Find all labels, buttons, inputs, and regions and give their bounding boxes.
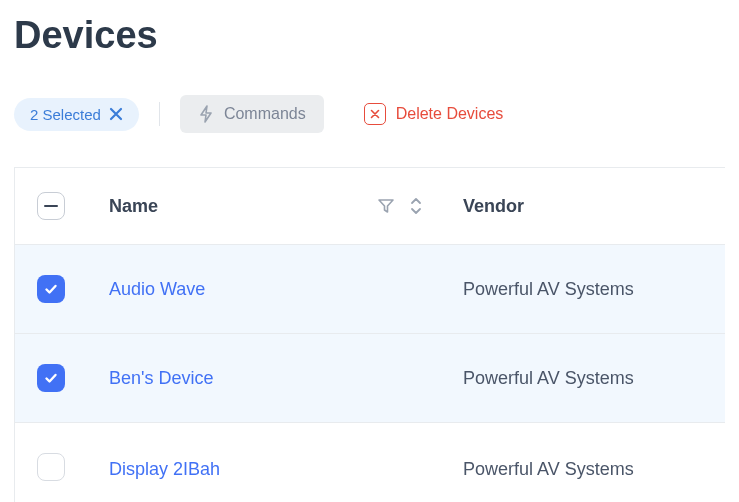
device-vendor: Powerful AV Systems — [463, 279, 634, 299]
check-icon — [43, 370, 59, 386]
selected-chip[interactable]: 2 Selected — [14, 98, 139, 131]
toolbar-divider — [159, 102, 160, 126]
delete-icon — [364, 103, 386, 125]
device-vendor: Powerful AV Systems — [463, 368, 634, 388]
table-row: Display 2IBah Powerful AV Systems — [15, 423, 725, 502]
select-all-checkbox[interactable] — [37, 192, 65, 220]
column-header-vendor[interactable]: Vendor — [463, 196, 524, 216]
indeterminate-icon — [44, 205, 58, 208]
table-row: Ben's Device Powerful AV Systems — [15, 334, 725, 423]
selected-count-label: 2 Selected — [30, 106, 101, 123]
commands-label: Commands — [224, 105, 306, 123]
filter-icon[interactable] — [377, 197, 395, 215]
row-checkbox[interactable] — [37, 453, 65, 481]
lightning-icon — [198, 105, 214, 123]
table-row: Audio Wave Powerful AV Systems — [15, 245, 725, 334]
sort-icon[interactable] — [409, 197, 423, 215]
device-name-link[interactable]: Ben's Device — [109, 368, 213, 389]
row-checkbox[interactable] — [37, 275, 65, 303]
column-header-name[interactable]: Name — [109, 196, 158, 217]
devices-table: Name Vendor Audio Wave Powerful AV Syste — [14, 167, 725, 502]
table-header-row: Name Vendor — [15, 168, 725, 245]
delete-devices-button[interactable]: Delete Devices — [352, 93, 516, 135]
device-name-link[interactable]: Audio Wave — [109, 279, 205, 300]
delete-label: Delete Devices — [396, 105, 504, 123]
toolbar: 2 Selected Commands Delete Devices — [14, 93, 725, 135]
commands-button[interactable]: Commands — [180, 95, 324, 133]
page-title: Devices — [14, 14, 725, 57]
device-vendor: Powerful AV Systems — [463, 459, 634, 479]
device-name-link[interactable]: Display 2IBah — [109, 459, 220, 480]
clear-selection-icon[interactable] — [109, 107, 123, 121]
row-checkbox[interactable] — [37, 364, 65, 392]
check-icon — [43, 281, 59, 297]
